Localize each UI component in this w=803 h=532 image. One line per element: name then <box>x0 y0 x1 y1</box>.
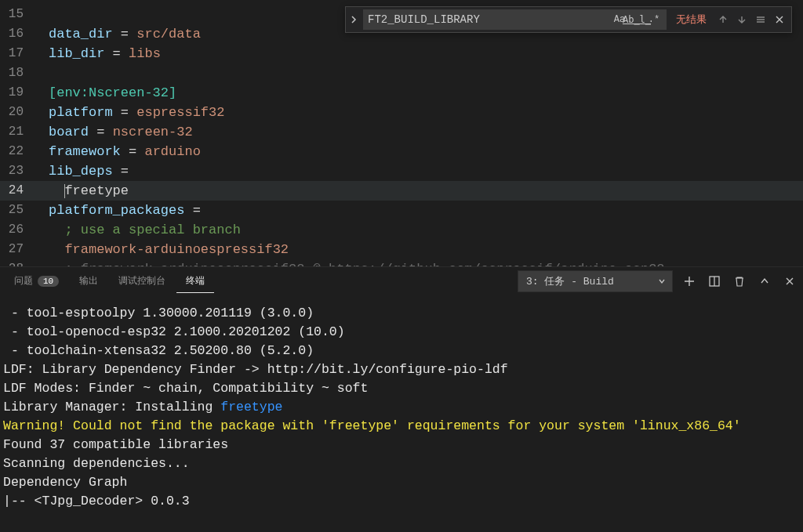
search-input[interactable] <box>368 13 609 26</box>
code-line[interactable]: ; use a special branch <box>49 220 803 240</box>
chevron-down-icon <box>658 277 666 285</box>
search-input-wrap: Aa Ab̲l̲ .* <box>363 9 667 30</box>
editor-pane: 1516171819202122232425262728 data_dir = … <box>0 0 803 266</box>
regex-toggle[interactable]: .* <box>646 12 662 27</box>
token: arduino <box>144 144 200 159</box>
terminal-selector-label: 3: 任务 - Build <box>526 276 614 288</box>
split-terminal-button[interactable] <box>706 273 723 290</box>
terminal-text: freetype <box>220 400 282 414</box>
code-line[interactable]: framework = arduino <box>49 142 803 161</box>
code-area[interactable]: data_dir = src/datalib_dir = libs[env:Ns… <box>49 0 803 266</box>
code-line[interactable]: platform = espressif32 <box>49 103 803 122</box>
line-number: 21 <box>0 122 38 142</box>
line-number: 28 <box>0 259 38 266</box>
token: libs <box>129 46 161 61</box>
line-number: 25 <box>0 201 38 220</box>
search-widget: Aa Ab̲l̲ .* 无结果 <box>345 6 792 33</box>
token: board <box>49 125 89 139</box>
line-number: 22 <box>0 142 38 161</box>
code-line[interactable] <box>49 63 803 83</box>
tab-problems[interactable]: 问题 10 <box>5 270 68 292</box>
line-number: 19 <box>0 83 38 103</box>
line-number: 27 <box>0 240 38 259</box>
token: ; framework-arduinoespressif32 @ https:/… <box>64 262 664 266</box>
line-number: 16 <box>0 24 38 44</box>
find-in-selection-button[interactable] <box>752 11 769 28</box>
token: platform <box>49 105 113 120</box>
token: freetype <box>64 183 129 198</box>
bottom-panel: 问题 10 输出 调试控制台 终端 3: 任务 - Build <box>0 266 803 532</box>
code-line[interactable]: framework-arduinoespressif32 <box>49 240 803 259</box>
token: nscreen-32 <box>113 125 193 139</box>
line-number: 26 <box>0 220 38 240</box>
panel-tabs: 问题 10 输出 调试控制台 终端 3: 任务 - Build <box>0 267 803 295</box>
terminal-text: Warning! Could not find the package with… <box>3 418 741 433</box>
search-results-label: 无结果 <box>668 13 714 27</box>
terminal-text: Found 37 compatible libraries Scanning d… <box>3 437 228 508</box>
token: framework-arduinoespressif32 <box>64 242 289 257</box>
line-gutter: 1516171819202122232425262728 <box>0 0 38 266</box>
search-expand-toggle[interactable] <box>346 6 362 33</box>
token <box>49 223 64 237</box>
token: framework <box>49 144 121 159</box>
token <box>49 242 64 257</box>
panel-controls: 3: 任务 - Build <box>518 270 798 292</box>
close-panel-button[interactable] <box>781 273 798 290</box>
token: [env:Nscreen-32] <box>49 85 176 100</box>
line-number: 23 <box>0 161 38 181</box>
tab-debug-console[interactable]: 调试控制台 <box>109 270 175 292</box>
tab-label: 问题 <box>14 274 33 288</box>
token <box>49 262 64 266</box>
code-line[interactable]: lib_dir = libs <box>49 44 803 63</box>
token: src/data <box>136 27 201 42</box>
code-line[interactable]: board = nscreen-32 <box>49 122 803 142</box>
terminal-text: - tool-esptoolpy 1.30000.201119 (3.0.0) … <box>3 306 508 414</box>
token: = <box>184 203 209 218</box>
line-number: 17 <box>0 44 38 63</box>
token: espressif32 <box>136 105 224 120</box>
token: ; use a special branch <box>64 223 240 237</box>
search-options: Aa Ab̲l̲ .* <box>612 12 662 27</box>
match-word-toggle[interactable]: Ab̲l̲ <box>629 12 645 27</box>
code-line[interactable]: lib_deps = <box>49 161 803 181</box>
token: = <box>113 164 137 179</box>
prev-match-button[interactable] <box>714 11 732 28</box>
next-match-button[interactable] <box>733 11 750 28</box>
new-terminal-button[interactable] <box>681 273 698 290</box>
line-number: 15 <box>0 5 38 24</box>
tab-terminal[interactable]: 终端 <box>176 270 214 293</box>
search-nav <box>714 11 791 28</box>
token: lib_dir <box>49 46 104 61</box>
token: lib_deps <box>49 164 113 179</box>
terminal-output[interactable]: - tool-esptoolpy 1.30000.201119 (3.0.0) … <box>0 295 803 514</box>
problems-count-badge: 10 <box>38 276 59 287</box>
token: platform_packages <box>49 203 184 218</box>
terminal-selector[interactable]: 3: 任务 - Build <box>518 270 673 292</box>
tab-output[interactable]: 输出 <box>70 270 107 292</box>
line-number: 24 <box>0 181 38 201</box>
token: = <box>113 27 137 42</box>
code-line[interactable]: platform_packages = <box>49 201 803 220</box>
token <box>49 183 64 198</box>
token: = <box>121 144 145 159</box>
token: data_dir <box>49 27 113 42</box>
token: = <box>113 105 137 120</box>
kill-terminal-button[interactable] <box>731 273 748 290</box>
maximize-panel-button[interactable] <box>756 273 773 290</box>
token: = <box>89 125 113 139</box>
close-search-button[interactable] <box>771 11 788 28</box>
code-line[interactable]: [env:Nscreen-32] <box>49 83 803 103</box>
line-number: 20 <box>0 103 38 122</box>
line-number: 18 <box>0 63 38 83</box>
code-line[interactable]: ; framework-arduinoespressif32 @ https:/… <box>49 259 803 266</box>
token: = <box>104 46 129 61</box>
code-line[interactable]: freetype <box>0 181 803 201</box>
